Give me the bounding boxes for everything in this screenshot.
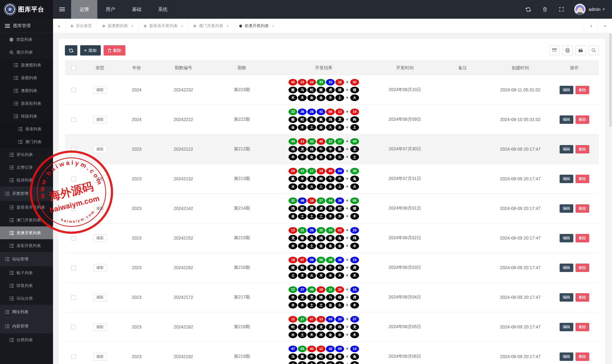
tab-item[interactable]: 新香港开奖列表× bbox=[139, 19, 188, 33]
sidebar-item[interactable]: 点赞记录 bbox=[0, 161, 53, 174]
sidebar-item[interactable]: 香港列表 bbox=[0, 123, 53, 135]
sidebar-item[interactable]: 新港彩列表 bbox=[0, 97, 53, 110]
tab-close-icon[interactable]: × bbox=[272, 23, 274, 28]
table-row: 港彩202420242222第222期333626410813+19猴蛇兔鼠鸡龙… bbox=[65, 105, 599, 134]
row-delete-button[interactable]: 删除 bbox=[576, 175, 589, 183]
select-all-checkbox[interactable] bbox=[71, 66, 76, 70]
topnav-item[interactable]: 运营 bbox=[71, 0, 97, 19]
refresh-button[interactable] bbox=[65, 45, 77, 56]
tab-item[interactable]: 后台首页 bbox=[66, 19, 97, 33]
row-checkbox[interactable] bbox=[71, 325, 76, 329]
row-checkbox[interactable] bbox=[71, 177, 76, 181]
row-delete-button[interactable]: 删除 bbox=[576, 145, 589, 153]
sidebar-item[interactable]: 论坛管理 bbox=[0, 252, 53, 266]
refresh-icon[interactable] bbox=[520, 7, 537, 12]
scrollbar[interactable] bbox=[609, 33, 612, 364]
lottery-ball: 蛇 bbox=[335, 205, 344, 212]
edit-button[interactable]: 编辑 bbox=[560, 264, 573, 272]
row-delete-button[interactable]: 删除 bbox=[576, 86, 589, 94]
sidebar-item[interactable]: 澳图列表 bbox=[0, 84, 53, 97]
sidebar-item[interactable]: 澳门列表 bbox=[0, 135, 53, 148]
lottery-ball: 猴 bbox=[317, 87, 325, 93]
row-checkbox[interactable] bbox=[71, 117, 76, 122]
sidebar-item[interactable]: 澳门开奖列表 bbox=[0, 214, 53, 226]
row-checkbox[interactable] bbox=[71, 354, 76, 359]
tab-item[interactable]: 老澳开奖列表× bbox=[234, 19, 280, 33]
edit-button[interactable]: 编辑 bbox=[560, 323, 573, 331]
edit-button[interactable]: 编辑 bbox=[560, 352, 573, 361]
result-zodiac: 羊龙龙猪马猪+虎 bbox=[272, 294, 375, 301]
lottery-ball: 14 bbox=[350, 346, 359, 352]
row-checkbox[interactable] bbox=[71, 236, 76, 240]
lottery-ball: 龙 bbox=[335, 116, 344, 123]
edit-button[interactable]: 编辑 bbox=[560, 293, 573, 302]
fullscreen-icon[interactable] bbox=[553, 7, 570, 12]
avatar[interactable] bbox=[574, 4, 585, 15]
tab-item[interactable]: 新澳图列表× bbox=[97, 19, 139, 33]
list-icon bbox=[18, 140, 22, 144]
tab-close-icon[interactable]: × bbox=[181, 23, 183, 28]
sidebar-item[interactable]: 论坛分类 bbox=[0, 292, 53, 305]
sidebar-item[interactable]: 开奖管理 bbox=[0, 187, 53, 201]
sidebar-item[interactable]: 回复列表 bbox=[0, 279, 53, 292]
edit-button[interactable]: 编辑 bbox=[560, 145, 573, 153]
columns-icon[interactable] bbox=[549, 46, 560, 55]
sidebar-item[interactable]: 类型列表 bbox=[0, 33, 53, 46]
row-checkbox[interactable] bbox=[71, 295, 76, 300]
lottery-ball: 03 bbox=[326, 316, 335, 323]
user-menu[interactable]: admin ▼ bbox=[589, 7, 605, 12]
result-numbers: 180709062836+15 bbox=[272, 257, 375, 263]
row-checkbox[interactable] bbox=[71, 206, 76, 211]
sidebar-item[interactable]: 图片列表 bbox=[0, 46, 53, 59]
sidebar-item[interactable]: 港彩开奖列表 bbox=[0, 239, 53, 252]
sidebar-item[interactable]: 链接列表 bbox=[0, 110, 53, 123]
tab-close-icon[interactable]: × bbox=[226, 23, 229, 28]
search-icon[interactable] bbox=[589, 46, 599, 55]
row-checkbox[interactable] bbox=[71, 265, 76, 270]
export-icon[interactable] bbox=[576, 46, 586, 55]
edit-button[interactable]: 编辑 bbox=[560, 204, 573, 213]
sidebar-item[interactable]: 帖子列表 bbox=[0, 266, 53, 279]
trash-icon[interactable] bbox=[537, 7, 553, 12]
tab-close-icon[interactable]: × bbox=[131, 23, 134, 28]
sidebar-item[interactable]: 内容管理 bbox=[0, 319, 53, 333]
table-row: 港彩202320242192第219期470540124209+14马鼠牛蛇猪猴… bbox=[65, 342, 599, 364]
sidebar-item[interactable]: 新澳图列表 bbox=[0, 59, 53, 71]
sidebar-item[interactable]: 评论列表 bbox=[0, 148, 53, 161]
row-delete-button[interactable]: 删除 bbox=[576, 204, 589, 213]
sidebar-toggle-button[interactable] bbox=[53, 0, 71, 19]
add-button[interactable]: +添加 bbox=[80, 45, 101, 56]
tabs-scroll-right-icon[interactable]: › bbox=[584, 19, 598, 33]
sidebar-item[interactable]: 老澳开奖列表 bbox=[0, 226, 53, 239]
edit-button[interactable]: 编辑 bbox=[560, 234, 573, 242]
row-delete-button[interactable]: 删除 bbox=[576, 234, 589, 242]
row-delete-button[interactable]: 删除 bbox=[576, 323, 589, 331]
row-delete-button[interactable]: 删除 bbox=[576, 293, 589, 302]
delete-button[interactable]: 删除 bbox=[104, 45, 125, 56]
row-delete-button[interactable]: 删除 bbox=[576, 352, 589, 361]
sidebar-title[interactable]: 图库管理 bbox=[0, 19, 53, 33]
row-delete-button[interactable]: 删除 bbox=[576, 115, 589, 124]
edit-button[interactable]: 编辑 bbox=[560, 86, 573, 94]
tabs-scroll-left-icon[interactable]: ‹ bbox=[53, 19, 66, 33]
row-checkbox[interactable] bbox=[71, 147, 76, 152]
sidebar-item[interactable]: 网址列表 bbox=[0, 305, 53, 319]
edit-button[interactable]: 编辑 bbox=[560, 175, 573, 183]
sidebar-item[interactable]: 港图列表 bbox=[0, 71, 53, 84]
print-icon[interactable] bbox=[562, 46, 573, 55]
lottery-ball: 虎 bbox=[298, 324, 307, 330]
topnav-item[interactable]: 用户 bbox=[97, 0, 124, 19]
sidebar-item[interactable]: 新香港开奖列表 bbox=[0, 201, 53, 214]
edit-button[interactable]: 编辑 bbox=[560, 115, 573, 124]
topnav-item[interactable]: 基础 bbox=[124, 0, 150, 19]
row-checkbox[interactable] bbox=[71, 88, 76, 92]
sidebar-item-label: 老澳开奖列表 bbox=[17, 230, 41, 236]
row-delete-button[interactable]: 删除 bbox=[576, 264, 589, 272]
sidebar-item[interactable]: 分类列表 bbox=[0, 333, 53, 346]
tabs-menu-icon[interactable]: › bbox=[598, 19, 612, 33]
sidebar-item[interactable]: 投诉列表 bbox=[0, 174, 53, 187]
topnav-item[interactable]: 系统 bbox=[150, 0, 176, 19]
result-elements: 火土金水水火+木 bbox=[272, 361, 375, 364]
tab-item[interactable]: 澳门开奖列表× bbox=[188, 19, 234, 33]
year-cell: 2023 bbox=[118, 312, 155, 342]
